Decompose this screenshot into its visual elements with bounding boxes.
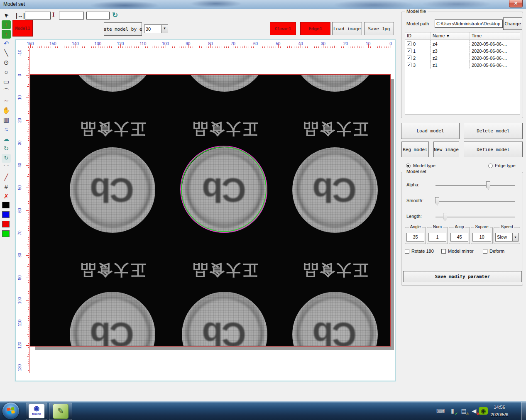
taskbar-clock[interactable]: 14:56 2020/5/6 — [483, 403, 516, 418]
create-model-by-edge-button[interactable]: eate model by ed — [104, 22, 142, 36]
line-point-icon[interactable]: ╱ — [2, 173, 11, 182]
slider-track[interactable] — [435, 201, 515, 202]
delete-model-button[interactable]: Delete model — [464, 123, 523, 139]
model-type-radio[interactable] — [406, 164, 411, 168]
canvas-viewport[interactable]: CbCbCbCbCbCbCbCbCb正大食品正大食品正大食品正大食品正大食品正大… — [16, 40, 395, 381]
reg-model-button[interactable]: Reg model — [401, 142, 429, 157]
row-checkbox[interactable]: ✓ — [407, 56, 411, 60]
row-checkbox[interactable]: ✓ — [407, 63, 411, 67]
swatch-green[interactable] — [2, 230, 10, 237]
save-jpg-button[interactable]: Save Jpg — [364, 22, 394, 35]
layers-icon[interactable]: ≈ — [2, 125, 11, 134]
table-row[interactable]: ✓2z22020-05-06-06-... — [405, 54, 520, 61]
ruler-tick — [346, 44, 346, 48]
new-image-button[interactable]: New image — [433, 142, 459, 157]
arc-small-icon[interactable]: ⌒ — [2, 164, 11, 172]
speed-combo-arrow-icon[interactable]: ▼ — [512, 233, 518, 241]
model-path-input[interactable]: C:\Users\Administrator\Desktop — [435, 20, 503, 28]
network-warning-icon[interactable]: ▤⚠ — [459, 407, 468, 415]
slider-track[interactable] — [435, 217, 515, 217]
column-header-time[interactable]: Time — [470, 32, 513, 39]
load-model-button[interactable]: Load model — [401, 123, 460, 139]
delete-icon[interactable]: ✗ — [2, 192, 11, 201]
close-button[interactable]: ✕ — [509, 0, 523, 7]
bottle-cap[interactable]: Cb — [292, 292, 378, 347]
slider-thumb[interactable] — [435, 197, 439, 205]
param-input-supare[interactable]: 10 — [472, 233, 491, 242]
slider-thumb[interactable] — [486, 181, 490, 190]
column-header-id[interactable]: ID — [405, 32, 431, 39]
grid-icon[interactable]: # — [2, 183, 11, 191]
select-cursor-icon[interactable]: ➤ — [0, 9, 12, 21]
pan-hand-icon[interactable]: ✋ — [2, 106, 11, 115]
edge-count-combobox[interactable]: 30 ▼ — [144, 24, 168, 33]
param-input-speed[interactable]: Slow▼ — [495, 233, 519, 242]
start-button[interactable] — [2, 403, 19, 419]
taskbar-app-trocen[interactable]: ◉ trocen — [26, 403, 47, 420]
ruler-tick — [368, 44, 369, 48]
slider-thumb[interactable] — [443, 213, 447, 221]
table-row[interactable]: ✓3z12020-05-06-06-... — [405, 61, 520, 68]
bezier-tool-icon[interactable]: ∼ — [2, 97, 11, 105]
circle-center-tool-icon[interactable]: ⊙ — [2, 59, 11, 67]
cloud-icon[interactable]: ☁ — [2, 135, 11, 144]
define-model-button[interactable]: Define model — [464, 142, 523, 157]
swatch-black[interactable] — [2, 202, 10, 208]
ellipse-tool-icon[interactable]: ○ — [2, 68, 11, 77]
arc-tool-icon[interactable]: ⌒ — [2, 87, 11, 96]
table-row[interactable]: ✓0z42020-05-06-06-... — [405, 40, 520, 47]
checkbox-box[interactable] — [405, 249, 409, 254]
column-header-name[interactable]: Name ▼ — [431, 32, 470, 39]
bottle-cap[interactable]: Cb — [70, 292, 155, 347]
edge1-button[interactable]: Edge1 — [300, 22, 330, 35]
row-checkbox[interactable]: ✓ — [407, 42, 411, 46]
checkbox-box[interactable] — [441, 249, 446, 254]
camera-image[interactable]: CbCbCbCbCbCbCbCbCb正大食品正大食品正大食品正大食品正大食品正大… — [30, 74, 391, 347]
ruler-tick — [314, 46, 315, 48]
slider-track[interactable] — [435, 185, 515, 186]
rotate-selection-icon[interactable]: ↻ — [2, 154, 11, 163]
table-row[interactable]: ✓1z32020-05-06-06-... — [405, 47, 520, 54]
line-tool-icon[interactable]: ╲ — [2, 49, 11, 58]
width-input[interactable] — [25, 12, 51, 20]
param-input-accp[interactable]: 45 — [450, 233, 468, 242]
reset-rotate-icon[interactable]: ↻ — [112, 11, 118, 20]
param-input-num[interactable]: 1 — [428, 233, 446, 242]
swatch-red[interactable] — [2, 221, 10, 227]
rotate-icon[interactable]: ↻ — [2, 144, 11, 153]
model1-button[interactable]: Model1 — [12, 20, 33, 37]
export-model-icon[interactable]: ↑ — [2, 30, 11, 39]
checkbox-deform[interactable]: Deform — [483, 249, 504, 254]
bottle-cap[interactable]: Cb — [292, 74, 378, 92]
taskbar-app-draw[interactable]: ✎ — [49, 403, 72, 420]
bottle-cap[interactable]: Cb — [182, 292, 267, 347]
edge-type-radio[interactable] — [488, 164, 493, 168]
import-model-icon[interactable]: ↓ — [2, 20, 11, 29]
bottle-cap[interactable]: Cb — [70, 74, 155, 92]
save-modify-parameter-button[interactable]: Save modify paramter — [403, 271, 522, 282]
checkbox-rotate-180[interactable]: Rotate 180 — [405, 249, 434, 254]
model-table[interactable]: ID Name ▼ Time ✓0z42020-05-06-06-...✓1z3… — [405, 32, 520, 115]
usb-device-icon[interactable]: ▮✔ — [448, 407, 457, 415]
bottle-cap[interactable]: Cb — [70, 147, 155, 233]
ruler-tick — [93, 46, 94, 48]
combo-arrow-icon[interactable]: ▼ — [161, 25, 168, 33]
load-image-button[interactable]: Load image — [332, 22, 362, 35]
row-checkbox[interactable]: ✓ — [407, 49, 411, 53]
angle-input[interactable] — [86, 12, 110, 20]
clear1-button[interactable]: Clear1 — [270, 22, 296, 35]
height-input[interactable] — [59, 12, 84, 20]
show-desktop-button[interactable] — [521, 402, 526, 420]
checkbox-model-mirror[interactable]: Model mirror — [441, 249, 474, 254]
mirror-icon[interactable]: ▥ — [2, 116, 11, 125]
undo-icon[interactable]: ↶ — [2, 39, 11, 48]
change-path-button[interactable]: Change — [503, 17, 522, 30]
bottle-cap[interactable]: Cb — [182, 74, 267, 92]
checkbox-box[interactable] — [483, 249, 487, 254]
param-input-angle[interactable]: 35 — [406, 233, 424, 242]
keyboard-icon[interactable]: ⌨ — [436, 407, 445, 415]
bottle-cap[interactable]: Cb — [292, 147, 378, 233]
swatch-blue[interactable] — [2, 211, 10, 218]
rectangle-tool-icon[interactable]: ▭ — [2, 78, 11, 86]
volume-muted-icon[interactable]: ◀✖ — [470, 407, 479, 415]
